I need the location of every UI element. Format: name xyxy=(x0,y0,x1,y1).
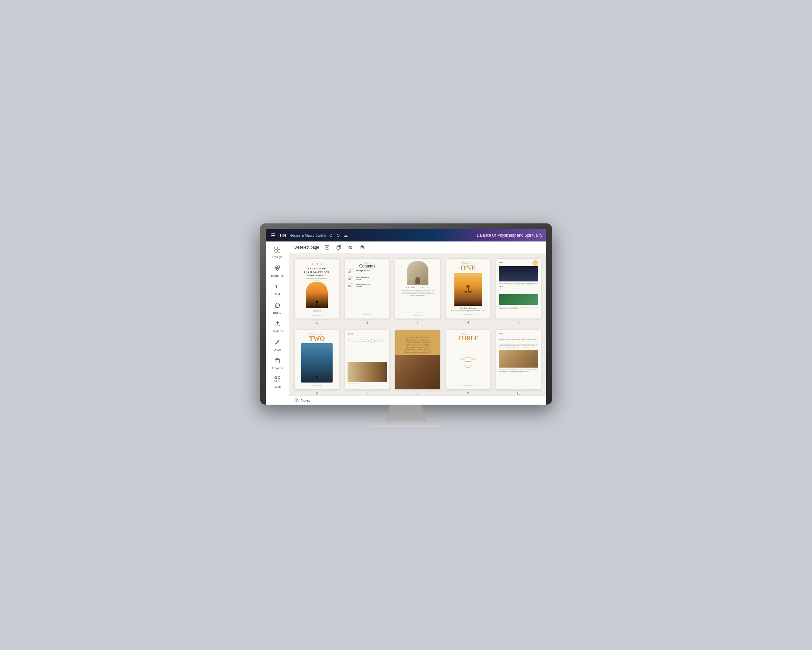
add-page-button[interactable] xyxy=(323,243,331,251)
p4-website: yourwebsite.com xyxy=(463,314,473,315)
document-title: Balance Of Physicality and Spirituality xyxy=(477,233,542,237)
draw-icon xyxy=(275,339,280,347)
p4-image xyxy=(454,273,482,306)
page-thumb-2[interactable]: Table of Contents Chapter 01 xyxy=(345,258,390,324)
p1-ornament: ✦ ❋ ✦ xyxy=(311,262,323,267)
header-save[interactable]: ☁ xyxy=(343,233,348,238)
text-label: Text xyxy=(275,292,280,296)
toolbar-bar: Deselect page xyxy=(289,242,546,253)
page-number-7: 7 xyxy=(366,392,368,395)
page-number-2: 2 xyxy=(366,321,368,324)
page-number-4: 4 xyxy=(467,321,469,324)
resize-label: Resize & Magic Switch xyxy=(289,233,326,237)
svg-rect-2 xyxy=(275,250,277,252)
apps-label: Apps xyxy=(274,385,281,388)
p7-image xyxy=(348,362,387,382)
p4-chapter-one: ONE xyxy=(460,264,476,271)
svg-rect-21 xyxy=(361,246,363,249)
p5-image-top xyxy=(499,266,538,281)
file-menu[interactable]: File xyxy=(280,233,286,237)
monitor-base xyxy=(370,421,442,427)
notes-icon xyxy=(294,398,299,403)
page-9-thumb: Chapter THREE yourwebsite.com xyxy=(446,330,491,390)
p8-top: let try it out, Make a list of yourfrien… xyxy=(395,330,440,355)
svg-marker-6 xyxy=(276,268,279,271)
resize-magic-switch[interactable]: Resize & Magic Switch xyxy=(289,233,326,237)
sidebar-item-text[interactable]: T Text xyxy=(268,281,287,298)
sidebar-item-design[interactable]: Design xyxy=(268,244,287,261)
page-thumb-1[interactable]: ✦ ❋ ✦ BALANCE OFPHYSICALITY ANDSPIRITUAL… xyxy=(294,258,339,324)
apps-icon xyxy=(275,376,280,384)
hide-page-button[interactable] xyxy=(346,243,354,251)
page-5-thumb: ❝❝ There is a timeless spiritual joy to … xyxy=(496,258,541,319)
p1-silhouette xyxy=(314,299,320,307)
toc-item-3: Chapter 03 What Disturbs theBalance xyxy=(348,283,386,288)
p10-text2: The most important thing to remember in … xyxy=(499,344,538,348)
projects-icon xyxy=(275,358,280,365)
page-number-5: 5 xyxy=(518,321,520,324)
svg-text:T: T xyxy=(275,284,278,289)
p2-footer: yourwebsite.com xyxy=(348,314,386,315)
p7-quote-text: There are lots of times We're not physic… xyxy=(348,339,387,361)
main-content: Deselect page xyxy=(289,242,546,405)
sidebar-item-uploads[interactable]: Uploads xyxy=(268,318,287,335)
sidebar-item-apps[interactable]: Apps xyxy=(268,374,287,391)
page-thumb-4[interactable]: Chapter ONE xyxy=(446,258,491,324)
p7-website: yourwebsite.com xyxy=(348,385,387,387)
page-number-1: 1 xyxy=(316,321,318,324)
p6-chapter-two: TWO xyxy=(309,335,325,342)
toc-item-1: Chapter 01 The Right Balance xyxy=(348,269,386,274)
delete-page-button[interactable] xyxy=(358,243,366,251)
page-number-9: 9 xyxy=(467,392,469,395)
p10-text1: The fact that the man who met his first … xyxy=(499,337,538,342)
svg-rect-3 xyxy=(278,250,280,252)
page-thumb-10[interactable]: ❝❝ The fact that the man who met his fir… xyxy=(496,330,541,396)
svg-rect-11 xyxy=(275,377,277,379)
elements-label: Elements xyxy=(271,274,284,277)
page-8-thumb: let try it out, Make a list of yourfrien… xyxy=(395,330,440,390)
monitor-screen: ☰ File Resize & Magic Switch ↺ ↻ ☁ Balan… xyxy=(266,229,546,405)
p10-quote-mark1: ❝❝ xyxy=(499,332,538,336)
sidebar-item-projects[interactable]: Projects xyxy=(268,355,287,372)
app-body: Design Elements xyxy=(266,242,546,405)
toc-item-2: Chapter 02 The Three Pillarsof Life xyxy=(348,276,386,281)
deselect-page-label[interactable]: Deselect page xyxy=(294,245,319,249)
page-4-thumb: Chapter ONE xyxy=(446,258,491,319)
p1-subtitle: We are spiritual beings having a physica… xyxy=(306,278,328,281)
notes-label[interactable]: Notes xyxy=(301,398,310,402)
menu-icon[interactable]: ☰ xyxy=(270,231,277,240)
p6-image xyxy=(301,343,333,383)
page-thumb-6[interactable]: Chapter TWO yourwebsite.com 6 xyxy=(294,330,339,396)
p10-image xyxy=(499,350,538,368)
page-3-thumb: INTRODUCTION Our spirituality and our ph… xyxy=(395,258,440,319)
p3-intro-label: INTRODUCTION xyxy=(406,286,429,288)
p8-photo xyxy=(395,355,440,389)
design-icon xyxy=(275,247,280,254)
p5-text2: We tend to forget that we are not physic… xyxy=(499,306,538,316)
sidebar-item-draw[interactable]: Draw xyxy=(268,337,287,354)
header-undo[interactable]: ↺ xyxy=(329,233,333,238)
svg-point-8 xyxy=(277,305,278,306)
page-thumb-7[interactable]: ❝❝ There are lots of times We're not phy… xyxy=(345,330,390,396)
page-thumb-5[interactable]: ❝❝ There is a timeless spiritual joy to … xyxy=(496,258,541,324)
svg-rect-14 xyxy=(278,380,280,382)
page-thumb-3[interactable]: INTRODUCTION Our spirituality and our ph… xyxy=(395,258,440,324)
page-thumb-8[interactable]: let try it out, Make a list of yourfrien… xyxy=(395,330,440,396)
page-number-8: 8 xyxy=(417,392,419,395)
page-10-thumb: ❝❝ The fact that the man who met his fir… xyxy=(496,330,541,390)
design-label: Design xyxy=(273,255,282,259)
p1-title: BALANCE OFPHYSICALITY ANDSPIRITUALITY xyxy=(304,268,330,277)
sidebar-item-brand[interactable]: Brand xyxy=(268,300,287,317)
uploads-label: Uploads xyxy=(272,329,283,333)
page-1-thumb: ✦ ❋ ✦ BALANCE OFPHYSICALITY ANDSPIRITUAL… xyxy=(294,258,339,319)
header-redo[interactable]: ↻ xyxy=(336,233,340,238)
toc-title: Contents xyxy=(348,264,386,268)
page-2-thumb: Table of Contents Chapter 01 xyxy=(345,258,390,319)
page-thumb-9[interactable]: Chapter THREE yourwebsite.com xyxy=(446,330,491,396)
notes-bar: Notes xyxy=(289,396,546,405)
copy-page-button[interactable] xyxy=(335,243,343,251)
svg-rect-5 xyxy=(278,266,280,268)
sidebar-item-elements[interactable]: Elements xyxy=(268,263,287,280)
app-header: ☰ File Resize & Magic Switch ↺ ↻ ☁ Balan… xyxy=(266,229,546,242)
p7-quote-mark: ❝❝ xyxy=(348,332,387,338)
